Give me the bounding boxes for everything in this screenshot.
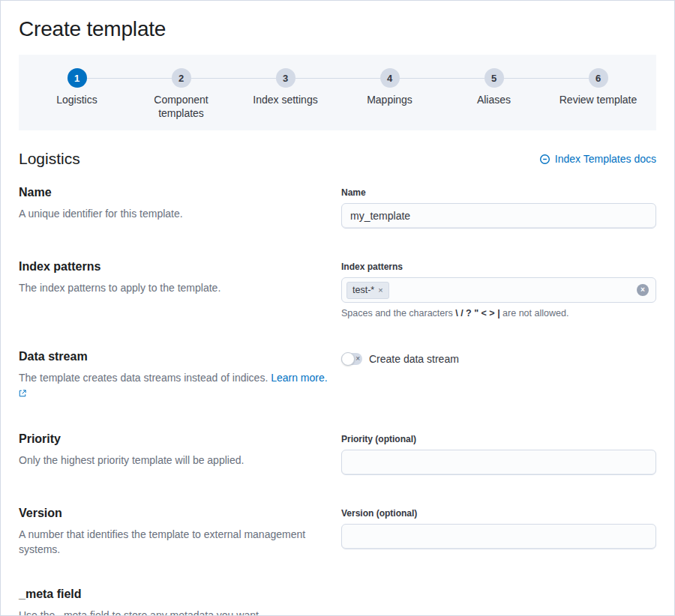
step-number: 5: [484, 68, 504, 88]
row-description: Use the _meta field to store any metadat…: [19, 608, 656, 616]
row-description: A unique identifier for this template.: [19, 206, 329, 221]
section-title: Logistics: [19, 150, 80, 168]
index-pattern-pill: test-* ×: [346, 282, 389, 300]
row-title: _meta field: [19, 588, 656, 601]
index-patterns-help-text: Spaces and the characters \ / ? " < > | …: [341, 308, 656, 318]
form-row-index-patterns: Index patterns The index patterns to app…: [19, 247, 656, 336]
priority-field-label: Priority (optional): [341, 434, 656, 444]
row-description: Only the highest priority template will …: [19, 453, 329, 468]
row-description: The template creates data streams instea…: [19, 370, 329, 401]
remove-pill-icon[interactable]: ×: [378, 285, 382, 296]
create-data-stream-label: Create data stream: [369, 353, 459, 365]
form-row-data-stream: Data stream The template creates data st…: [19, 336, 656, 419]
disallowed-characters: \ / ? " < > |: [455, 308, 500, 318]
form-row-priority: Priority Only the highest priority templ…: [19, 419, 656, 493]
index-patterns-combobox[interactable]: test-* × ×: [341, 277, 656, 303]
create-data-stream-toggle[interactable]: ×: [341, 353, 362, 365]
step-label: Component templates: [136, 93, 226, 120]
page-title: Create template: [19, 17, 656, 41]
step-label: Logistics: [56, 93, 97, 106]
step-number: 1: [68, 68, 87, 88]
row-title: Version: [19, 507, 329, 520]
version-input[interactable]: [341, 524, 656, 549]
form-row-name: Name A unique identifier for this templa…: [19, 172, 656, 247]
row-description: A number that identifies the template to…: [19, 527, 329, 558]
create-template-page: Create template 1 Logistics 2 Component …: [0, 0, 675, 616]
toggle-knob: [341, 352, 355, 366]
step-number: 3: [276, 68, 296, 88]
step-number: 2: [172, 68, 191, 88]
docs-link-label: Index Templates docs: [555, 153, 656, 165]
step-label: Aliases: [477, 93, 511, 106]
priority-input[interactable]: [341, 450, 656, 475]
step-mappings[interactable]: 4 Mappings: [338, 68, 442, 120]
row-title: Priority: [19, 432, 329, 446]
pill-text: test-*: [352, 284, 374, 298]
docs-icon: [539, 154, 550, 165]
row-description: The index patterns to apply to the templ…: [19, 280, 329, 295]
step-component-templates[interactable]: 2 Component templates: [129, 68, 233, 120]
name-field-label: Name: [341, 187, 656, 198]
step-review-template[interactable]: 6 Review template: [546, 68, 650, 120]
external-link-icon: [19, 387, 26, 399]
name-input[interactable]: [341, 203, 656, 229]
row-title: Index patterns: [19, 260, 329, 274]
step-number: 4: [380, 68, 400, 88]
step-logistics[interactable]: 1 Logistics: [25, 68, 129, 120]
row-title: Name: [19, 186, 329, 199]
row-title: Data stream: [19, 350, 329, 363]
step-aliases[interactable]: 5 Aliases: [442, 68, 546, 120]
clear-combobox-icon[interactable]: ×: [637, 284, 649, 296]
step-index-settings[interactable]: 3 Index settings: [233, 68, 338, 120]
toggle-off-icon: ×: [356, 355, 360, 363]
index-patterns-field-label: Index patterns: [341, 262, 656, 272]
step-number: 6: [589, 68, 608, 88]
step-label: Mappings: [367, 93, 412, 106]
form-row-version: Version A number that identifies the tem…: [19, 493, 656, 576]
version-field-label: Version (optional): [341, 508, 656, 519]
step-label: Index settings: [253, 93, 317, 106]
wizard-stepper: 1 Logistics 2 Component templates 3 Inde…: [19, 55, 656, 130]
form-row-meta-field: _meta field Use the _meta field to store…: [19, 576, 656, 616]
step-label: Review template: [560, 93, 638, 106]
index-templates-docs-link[interactable]: Index Templates docs: [539, 153, 656, 165]
